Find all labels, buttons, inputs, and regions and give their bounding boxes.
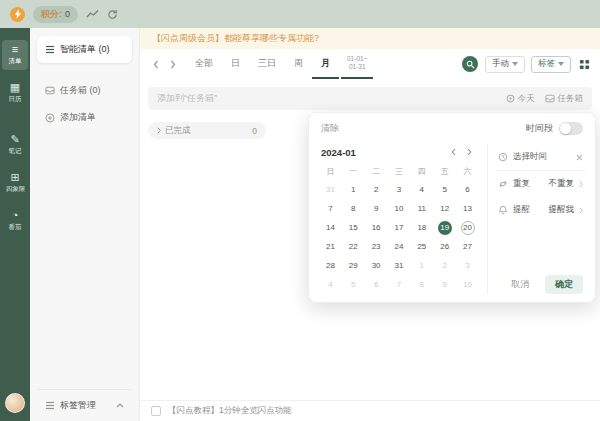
calendar-day[interactable]: 10 xyxy=(456,275,479,294)
add-task-input[interactable]: 添加到“任务箱” 今天 任务箱 xyxy=(148,87,592,110)
calendar-day[interactable]: 30 xyxy=(365,256,388,275)
sidebar-item-task-box[interactable]: 任务箱 (0) xyxy=(37,77,132,104)
calendar-day[interactable]: 6 xyxy=(456,180,479,199)
refresh-icon[interactable] xyxy=(107,9,118,20)
promo-banner[interactable]: 【闪点周级会员】都能尊享哪些专属功能? xyxy=(140,28,600,49)
date-picker-popup: 清除 时间段 2024-01 xyxy=(308,112,596,303)
calendar-day[interactable]: 5 xyxy=(342,275,365,294)
completed-section-header[interactable]: 已完成 0 xyxy=(148,122,266,139)
next-period-button[interactable] xyxy=(165,54,180,74)
calendar-day[interactable]: 16 xyxy=(365,218,388,237)
rail-item-1[interactable]: ≡清单 xyxy=(2,40,28,70)
calendar-day[interactable]: 12 xyxy=(433,199,456,218)
calendar-day[interactable]: 17 xyxy=(388,218,411,237)
calendar-day[interactable]: 15 xyxy=(342,218,365,237)
calendar-day[interactable]: 3 xyxy=(456,256,479,275)
calendar-day[interactable]: 9 xyxy=(365,199,388,218)
rail-item-5[interactable]: ◔番茄 xyxy=(2,206,28,236)
calendar-day[interactable]: 10 xyxy=(388,199,411,218)
view-tab[interactable]: 月 xyxy=(312,49,339,79)
popup-divider xyxy=(487,144,488,294)
calendar-day[interactable]: 27 xyxy=(456,237,479,256)
calendar-day[interactable]: 9 xyxy=(433,275,456,294)
add-list-icon xyxy=(45,113,55,123)
calendar-day[interactable]: 6 xyxy=(365,275,388,294)
calendar-day[interactable]: 7 xyxy=(319,199,342,218)
cancel-button[interactable]: 取消 xyxy=(505,275,535,294)
sidebar-item-smart-list[interactable]: 智能清单 (0) xyxy=(37,36,132,63)
search-button[interactable] xyxy=(462,56,478,72)
list-sidebar: 智能清单 (0) 任务箱 (0) 添加清单 标签管理 xyxy=(30,28,140,421)
date-range-line1: 01-01~ xyxy=(347,55,367,63)
sidebar-item-add-list[interactable]: 添加清单 xyxy=(37,104,132,131)
set-today-button[interactable]: 今天 xyxy=(506,93,535,105)
prev-period-button[interactable] xyxy=(148,54,163,74)
clear-button[interactable]: 清除 xyxy=(321,122,339,135)
calendar-day[interactable]: 26 xyxy=(433,237,456,256)
date-range[interactable]: 01-01~ 01-31 xyxy=(341,49,373,79)
close-icon[interactable] xyxy=(576,154,583,161)
calendar-day[interactable]: 18 xyxy=(410,218,433,237)
calendar-day[interactable]: 5 xyxy=(433,180,456,199)
points-badge[interactable]: 积分: 0 xyxy=(33,6,78,23)
remind-row[interactable]: 提醒 提醒我 xyxy=(496,197,585,223)
calendar-day[interactable]: 31 xyxy=(319,180,342,199)
add-task-placeholder: 添加到“任务箱” xyxy=(157,92,496,105)
select-time-row[interactable]: 选择时间 xyxy=(496,144,585,171)
nav-rail-items: ≡清单▦日历✎笔记⊞四象限◔番茄 xyxy=(0,40,30,236)
confirm-button[interactable]: 确定 xyxy=(545,275,583,294)
calendar-day[interactable]: 24 xyxy=(388,237,411,256)
weekday-label: 日 xyxy=(319,163,342,180)
task-checkbox[interactable] xyxy=(151,406,161,416)
calendar-day[interactable]: 2 xyxy=(365,180,388,199)
layout-grid-button[interactable] xyxy=(579,59,590,70)
sort-manual-dropdown[interactable]: 手动 xyxy=(485,56,525,73)
calendar-day[interactable]: 8 xyxy=(410,275,433,294)
calendar-day[interactable]: 28 xyxy=(319,256,342,275)
calendar-day[interactable]: 19 xyxy=(433,218,456,237)
body: ≡清单▦日历✎笔记⊞四象限◔番茄 智能清单 (0) 任务箱 (0) xyxy=(0,28,600,421)
task-row-tutorial[interactable]: 【闪点教程】1分钟全览闪点功能 xyxy=(140,400,600,421)
calendar-day[interactable]: 29 xyxy=(342,256,365,275)
view-tab[interactable]: 全部 xyxy=(186,49,222,79)
calendar-day[interactable]: 2 xyxy=(433,256,456,275)
select-list-button[interactable]: 任务箱 xyxy=(545,93,584,105)
rail-item-4[interactable]: ⊞四象限 xyxy=(2,168,28,198)
stats-chart-icon[interactable] xyxy=(86,9,99,19)
rail-item-3[interactable]: ✎笔记 xyxy=(2,130,28,160)
calendar-day[interactable]: 3 xyxy=(388,180,411,199)
app-logo-icon[interactable] xyxy=(10,7,25,22)
repeat-label: 重复 xyxy=(513,178,530,190)
view-tab[interactable]: 周 xyxy=(285,49,312,79)
tag-filter-dropdown[interactable]: 标签 xyxy=(531,56,571,73)
calendar-day[interactable]: 20 xyxy=(456,218,479,237)
calendar-day[interactable]: 4 xyxy=(410,180,433,199)
calendar-day[interactable]: 22 xyxy=(342,237,365,256)
calendar-day[interactable]: 11 xyxy=(410,199,433,218)
promo-banner-text: 【闪点周级会员】都能尊享哪些专属功能? xyxy=(152,32,319,45)
calendar-day[interactable]: 7 xyxy=(388,275,411,294)
chevron-up-icon[interactable] xyxy=(116,403,124,408)
calendar-day[interactable]: 25 xyxy=(410,237,433,256)
calendar-day[interactable]: 31 xyxy=(388,256,411,275)
calendar-day[interactable]: 13 xyxy=(456,199,479,218)
prev-month-button[interactable] xyxy=(445,145,461,159)
calendar-day[interactable]: 4 xyxy=(319,275,342,294)
repeat-row[interactable]: 重复 不重复 xyxy=(496,171,585,197)
avatar[interactable] xyxy=(5,393,25,413)
calendar-day[interactable]: 1 xyxy=(342,180,365,199)
view-tab[interactable]: 日 xyxy=(222,49,249,79)
sort-manual-label: 手动 xyxy=(492,58,509,70)
calendar-day[interactable]: 8 xyxy=(342,199,365,218)
time-range-toggle[interactable] xyxy=(559,122,583,135)
bell-icon xyxy=(498,205,508,215)
notes-icon: ✎ xyxy=(10,134,19,145)
calendar-day[interactable]: 21 xyxy=(319,237,342,256)
sidebar-item-tag-management[interactable]: 标签管理 xyxy=(37,389,132,421)
calendar-day[interactable]: 1 xyxy=(410,256,433,275)
view-tab[interactable]: 三日 xyxy=(249,49,285,79)
next-month-button[interactable] xyxy=(461,145,477,159)
calendar-day[interactable]: 23 xyxy=(365,237,388,256)
rail-item-2[interactable]: ▦日历 xyxy=(2,78,28,108)
calendar-day[interactable]: 14 xyxy=(319,218,342,237)
